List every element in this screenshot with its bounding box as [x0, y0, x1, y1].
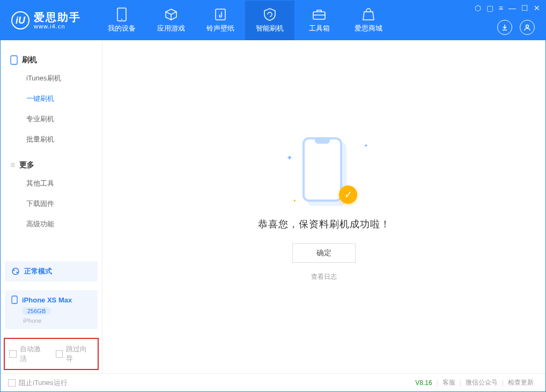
app-title: 爱思助手 — [34, 11, 81, 23]
sidebar-section-more: ≡ 更多 — [1, 157, 102, 173]
svg-point-1 — [121, 19, 122, 20]
sidebar-item-oneclick-flash[interactable]: 一键刷机 — [1, 88, 102, 109]
auto-activate-checkbox[interactable]: 自动激活 — [9, 344, 47, 364]
feedback-icon[interactable]: ▢ — [486, 4, 493, 12]
mode-icon — [11, 267, 20, 276]
auto-activate-label: 自动激活 — [20, 344, 47, 364]
user-icon[interactable] — [520, 20, 535, 35]
success-message: 恭喜您，保资料刷机成功啦！ — [258, 218, 390, 231]
bag-icon — [361, 8, 375, 21]
shirt-icon[interactable]: ⬡ — [475, 4, 481, 12]
svg-point-8 — [13, 270, 15, 271]
checkbox-icon — [8, 379, 16, 387]
tab-label: 工具箱 — [309, 24, 330, 33]
block-itunes-checkbox[interactable]: 阻止iTunes运行 — [8, 378, 68, 388]
minimize-icon[interactable]: — — [508, 4, 516, 12]
cube-icon — [164, 8, 178, 21]
svg-point-7 — [12, 268, 19, 275]
ok-button[interactable]: 确定 — [292, 243, 356, 263]
svg-rect-3 — [313, 12, 325, 19]
mode-label: 正常模式 — [24, 267, 52, 276]
titlebar-controls: ⬡ ▢ ≡ — ☐ ✕ — [475, 4, 540, 12]
close-icon[interactable]: ✕ — [534, 4, 540, 12]
success-illustration: ✓ ✦ ✦ ✦ — [281, 132, 367, 207]
sparkle-icon: ✦ — [286, 153, 290, 157]
skip-guide-checkbox[interactable]: 跳过向导 — [56, 344, 94, 364]
music-icon — [213, 8, 227, 21]
sidebar-item-batch-flash[interactable]: 批量刷机 — [1, 129, 102, 150]
tab-ringtones[interactable]: 铃声壁纸 — [196, 1, 245, 40]
skip-guide-label: 跳过向导 — [66, 344, 93, 364]
section-title: 更多 — [19, 160, 34, 170]
options-highlight-box: 自动激活 跳过向导 — [4, 338, 99, 370]
sidebar-item-other-tools[interactable]: 其他工具 — [1, 173, 102, 194]
app-subtitle: www.i4.cn — [34, 23, 81, 29]
block-itunes-label: 阻止iTunes运行 — [19, 378, 68, 388]
phone-small-icon — [10, 55, 18, 65]
tab-flash[interactable]: 智能刷机 — [245, 1, 294, 40]
tab-label: 我的设备 — [108, 24, 136, 33]
svg-point-5 — [526, 25, 529, 28]
device-box[interactable]: iPhone XS Max 256GB iPhone — [5, 290, 98, 329]
tab-label: 应用游戏 — [157, 24, 185, 33]
sidebar-item-pro-flash[interactable]: 专业刷机 — [1, 109, 102, 129]
check-badge-icon: ✓ — [339, 186, 357, 204]
menu-icon[interactable]: ≡ — [499, 4, 503, 12]
device-capacity: 256GB — [22, 307, 51, 315]
checkbox-icon — [9, 350, 17, 358]
svg-rect-10 — [12, 296, 17, 304]
tab-label: 智能刷机 — [256, 24, 284, 33]
footer-support-link[interactable]: 客服 — [438, 378, 460, 387]
footer-wechat-link[interactable]: 微信公众号 — [461, 378, 502, 387]
refresh-shield-icon — [263, 8, 277, 21]
logo-badge-icon: iU — [11, 11, 29, 29]
header: iU 爱思助手 www.i4.cn 我的设备 应用游戏 铃声壁纸 智能刷机 — [1, 1, 545, 40]
version-label: V8.16 — [415, 379, 436, 387]
svg-rect-2 — [216, 9, 225, 20]
tab-my-device[interactable]: 我的设备 — [97, 1, 146, 40]
header-tabs: 我的设备 应用游戏 铃声壁纸 智能刷机 工具箱 爱思商城 — [97, 1, 393, 40]
mode-box[interactable]: 正常模式 — [5, 261, 98, 282]
svg-point-9 — [17, 272, 18, 273]
main-panel: ✓ ✦ ✦ ✦ 恭喜您，保资料刷机成功啦！ 确定 查看日志 — [102, 40, 545, 373]
device-name-label: iPhone XS Max — [22, 296, 72, 304]
footer-update-link[interactable]: 检查更新 — [504, 378, 538, 387]
download-icon[interactable] — [497, 20, 512, 35]
tab-label: 爱思商城 — [355, 24, 382, 33]
tab-toolbox[interactable]: 工具箱 — [294, 1, 344, 40]
sidebar-section-flash: 刷机 — [1, 52, 102, 68]
tab-label: 铃声壁纸 — [206, 24, 234, 33]
tab-apps[interactable]: 应用游戏 — [146, 1, 196, 40]
phone-icon — [115, 8, 129, 21]
toolbox-icon — [312, 8, 326, 21]
body: 刷机 iTunes刷机 一键刷机 专业刷机 批量刷机 ≡ 更多 其他工具 下载固… — [1, 40, 545, 373]
checkbox-icon — [56, 350, 63, 358]
view-log-link[interactable]: 查看日志 — [311, 272, 337, 282]
sidebar-item-advanced[interactable]: 高级功能 — [1, 214, 102, 234]
device-type: iPhone — [23, 317, 91, 324]
device-phone-icon — [11, 295, 18, 304]
section-title: 刷机 — [22, 55, 37, 65]
sidebar: 刷机 iTunes刷机 一键刷机 专业刷机 批量刷机 ≡ 更多 其他工具 下载固… — [1, 40, 102, 373]
sidebar-item-download-fw[interactable]: 下载固件 — [1, 194, 102, 214]
sidebar-item-itunes-flash[interactable]: iTunes刷机 — [1, 68, 102, 88]
app-window: iU 爱思助手 www.i4.cn 我的设备 应用游戏 铃声壁纸 智能刷机 — [0, 0, 546, 392]
sparkle-icon: ✦ — [293, 198, 296, 202]
footer: 阻止iTunes运行 V8.16 | 客服 | 微信公众号 | 检查更新 — [1, 373, 545, 391]
sparkle-icon: ✦ — [364, 143, 367, 146]
tab-store[interactable]: 爱思商城 — [344, 1, 393, 40]
svg-rect-6 — [11, 56, 17, 64]
maximize-icon[interactable]: ☐ — [521, 4, 528, 12]
header-right-icons — [497, 20, 535, 35]
logo: iU 爱思助手 www.i4.cn — [11, 11, 81, 29]
list-icon: ≡ — [10, 160, 15, 170]
